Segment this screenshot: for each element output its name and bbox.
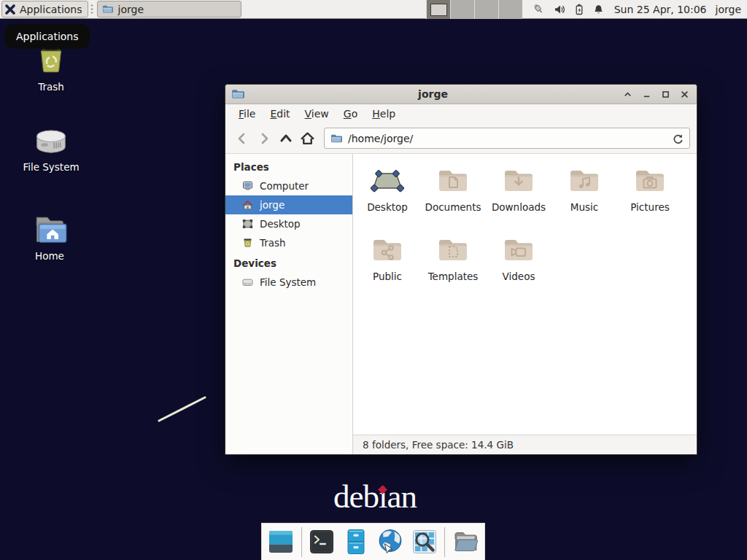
- downloads-folder-icon: [501, 164, 536, 199]
- sidebar: Places Computer jorge Desktop: [225, 154, 353, 454]
- menu-file[interactable]: File: [231, 106, 263, 122]
- taskbar-button-jorge[interactable]: jorge: [97, 1, 241, 18]
- workspace-switcher: [426, 0, 522, 19]
- menu-edit[interactable]: Edit: [263, 106, 297, 122]
- menu-help[interactable]: Help: [365, 106, 403, 122]
- workspace-4[interactable]: [498, 0, 522, 19]
- file-label: Pictures: [630, 201, 669, 213]
- file-item-downloads[interactable]: Downloads: [486, 164, 551, 233]
- applications-tooltip: Applications: [5, 24, 90, 49]
- sidebar-item-computer[interactable]: Computer: [225, 176, 352, 195]
- desktop-icon-filesystem[interactable]: File System: [15, 125, 88, 173]
- home-button[interactable]: [298, 128, 317, 148]
- reload-icon[interactable]: [672, 133, 684, 144]
- window-body: Places Computer jorge Desktop: [225, 154, 697, 454]
- sidebar-header-places: Places: [225, 156, 352, 176]
- home-label: Home: [13, 250, 86, 262]
- workspace-1[interactable]: [426, 0, 450, 19]
- taskbar-window-label: jorge: [118, 4, 144, 15]
- path-field[interactable]: /home/jorge/: [324, 128, 690, 149]
- panel-grip[interactable]: [90, 4, 94, 15]
- sidebar-label: Trash: [260, 237, 286, 249]
- file-label: Documents: [425, 201, 481, 213]
- sidebar-item-desktop[interactable]: Desktop: [225, 214, 352, 233]
- harddrive-icon: [33, 125, 69, 158]
- file-label: Downloads: [492, 201, 546, 213]
- shade-button[interactable]: [622, 88, 634, 101]
- file-item-templates[interactable]: Templates: [420, 233, 486, 303]
- sidebar-label: File System: [260, 276, 316, 288]
- close-button[interactable]: [678, 88, 691, 101]
- menu-view[interactable]: View: [298, 106, 336, 122]
- home-icon: [241, 199, 254, 211]
- titlebar[interactable]: jorge: [225, 85, 697, 104]
- workspace-2[interactable]: [450, 0, 474, 19]
- file-item-music[interactable]: Music: [551, 164, 617, 233]
- desktop-square-icon: [241, 218, 254, 230]
- file-label: Music: [570, 201, 598, 213]
- forward-button[interactable]: [254, 128, 274, 148]
- file-manager-window: jorge File Edit View Go Help: [225, 84, 697, 455]
- workspace-3[interactable]: [474, 0, 498, 19]
- status-text: 8 folders, Free space: 14.4 GiB: [363, 439, 514, 451]
- minimize-button[interactable]: [640, 88, 653, 101]
- workspace-window-thumb: [430, 4, 447, 16]
- back-button[interactable]: [232, 128, 252, 148]
- computer-icon: [241, 180, 254, 192]
- panel-username[interactable]: jorge: [716, 4, 741, 15]
- system-tray: [533, 3, 604, 15]
- desktop-icon-home[interactable]: Home: [13, 213, 86, 262]
- dock-separator: [301, 527, 302, 557]
- file-grid: Desktop Documents: [353, 154, 697, 435]
- maximize-button[interactable]: [659, 88, 672, 101]
- file-item-videos[interactable]: Videos: [486, 233, 551, 303]
- applications-button[interactable]: Applications: [1, 1, 88, 18]
- main-column: Desktop Documents: [353, 154, 697, 454]
- file-item-desktop[interactable]: Desktop: [355, 164, 420, 233]
- templates-folder-icon: [436, 233, 471, 268]
- drive-icon: [241, 276, 254, 288]
- sidebar-item-trash[interactable]: Trash: [225, 233, 352, 252]
- top-panel: Applications jorge Sun 25 Apr, 10:06 jor…: [0, 0, 747, 19]
- dock-app-finder-icon[interactable]: [410, 527, 438, 557]
- power-plug-icon[interactable]: [533, 3, 545, 15]
- sidebar-header-devices: Devices: [225, 252, 352, 273]
- dock: [261, 523, 485, 560]
- folder-icon: [102, 4, 113, 15]
- menu-go[interactable]: Go: [336, 106, 365, 122]
- music-folder-icon: [567, 164, 602, 199]
- path-text[interactable]: /home/jorge/: [348, 133, 666, 144]
- file-item-public[interactable]: Public: [355, 233, 420, 303]
- xfce-logo-icon: [4, 4, 16, 15]
- clock[interactable]: Sun 25 Apr, 10:06: [614, 4, 707, 15]
- dock-folder-icon[interactable]: [451, 527, 479, 557]
- file-item-pictures[interactable]: Pictures: [617, 164, 683, 233]
- battery-icon[interactable]: [574, 4, 584, 15]
- documents-folder-icon: [436, 164, 471, 199]
- dock-web-browser-icon[interactable]: [376, 527, 405, 557]
- dock-show-desktop-icon[interactable]: [267, 527, 295, 557]
- dock-file-manager-icon[interactable]: [342, 527, 371, 557]
- dock-terminal-icon[interactable]: [308, 527, 336, 557]
- desktop-icon-trash[interactable]: Trash: [15, 44, 88, 93]
- notifications-bell-icon[interactable]: [593, 4, 604, 15]
- dock-separator: [444, 527, 445, 557]
- trash-small-icon: [241, 237, 254, 249]
- path-folder-icon: [330, 133, 342, 144]
- videos-folder-icon: [501, 233, 536, 268]
- trash-label: Trash: [15, 81, 88, 93]
- sidebar-item-jorge[interactable]: jorge: [225, 195, 352, 214]
- menubar: File Edit View Go Help: [225, 104, 697, 123]
- filesystem-label: File System: [15, 161, 88, 173]
- sidebar-label: Desktop: [260, 218, 301, 230]
- sidebar-label: jorge: [260, 199, 285, 211]
- up-button[interactable]: [276, 128, 295, 148]
- file-item-documents[interactable]: Documents: [420, 164, 486, 233]
- volume-icon[interactable]: [554, 4, 565, 15]
- public-folder-icon: [370, 233, 405, 268]
- sidebar-item-filesystem[interactable]: File System: [225, 273, 352, 292]
- debian-logo: debian: [333, 481, 417, 513]
- pictures-folder-icon: [632, 164, 667, 199]
- stray-line-artifact: [153, 392, 213, 426]
- window-title: jorge: [244, 88, 622, 100]
